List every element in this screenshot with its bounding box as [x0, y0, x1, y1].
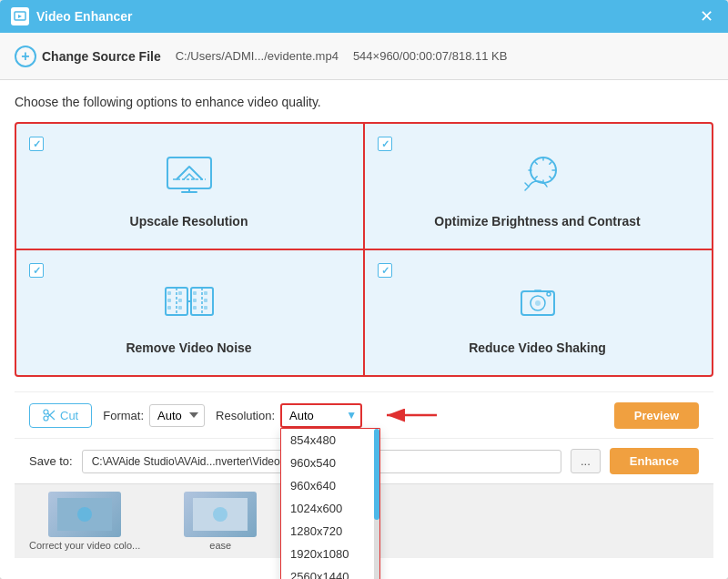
add-icon: +: [15, 46, 36, 67]
resolution-label: Resolution:: [216, 409, 275, 422]
resolution-select[interactable]: Auto: [280, 403, 362, 428]
scissors-icon: [43, 409, 56, 422]
svg-rect-11: [178, 291, 182, 295]
upscale-icon: [160, 152, 218, 199]
dropdown-item-2560x1440[interactable]: 2560x1440: [281, 565, 379, 580]
svg-rect-8: [167, 291, 171, 295]
svg-rect-13: [178, 306, 182, 310]
browse-button[interactable]: ...: [571, 449, 601, 473]
svg-point-31: [213, 507, 228, 522]
dropdown-item-960x640[interactable]: 960x640: [281, 474, 379, 497]
close-button[interactable]: ✕: [696, 6, 717, 26]
svg-point-29: [77, 507, 92, 522]
scrollbar-thumb: [374, 429, 379, 520]
dropdown-item-960x540[interactable]: 960x540: [281, 452, 379, 474]
svg-rect-1: [167, 157, 211, 188]
svg-point-26: [44, 410, 48, 414]
brightness-label: Optimize Brightness and Contrast: [378, 214, 697, 236]
svg-rect-18: [204, 299, 207, 302]
enhance-button[interactable]: Enhance: [610, 448, 699, 474]
resolution-section: Resolution: Auto ▼ 854x480 960x540 960x6…: [216, 403, 362, 428]
preview-item-2: ease: [184, 492, 257, 551]
option-noise[interactable]: Remove Video Noise: [16, 250, 363, 375]
checkbox-shaking[interactable]: [378, 263, 392, 278]
arrow-icon: [373, 401, 446, 429]
options-grid: Upscale Resolution Optimize Brightness a…: [15, 122, 713, 377]
svg-rect-12: [178, 299, 182, 302]
upscale-label: Upscale Resolution: [29, 214, 349, 236]
arrow-indicator: [373, 401, 446, 429]
title-bar-left: Video Enhancer: [11, 7, 133, 25]
shaking-label: Reduce Video Shaking: [378, 340, 697, 362]
preview-caption-2: ease: [209, 540, 231, 551]
cut-button[interactable]: Cut: [29, 403, 92, 428]
file-path: C:/Users/ADMI.../evidente.mp4: [176, 49, 339, 63]
svg-point-24: [547, 292, 551, 296]
svg-rect-14: [193, 291, 197, 295]
hint-text: Choose the following options to enhance …: [15, 95, 713, 109]
preview-button[interactable]: Preview: [614, 402, 699, 429]
option-shaking[interactable]: Reduce Video Shaking: [365, 250, 712, 375]
upscale-icon-area: [29, 137, 349, 214]
app-title: Video Enhancer: [36, 9, 133, 24]
app-icon: [11, 7, 29, 25]
save-label: Save to:: [29, 454, 73, 468]
resolution-dropdown[interactable]: 854x480 960x540 960x640 1024x600 1280x72…: [280, 428, 380, 580]
svg-rect-23: [534, 290, 541, 292]
checkbox-noise[interactable]: [29, 263, 44, 278]
change-source-label: Change Source File: [42, 49, 161, 64]
title-bar: Video Enhancer ✕: [0, 0, 728, 33]
svg-rect-15: [193, 299, 197, 302]
dropdown-item-1920x1080[interactable]: 1920x1080: [281, 543, 379, 565]
file-meta: 544×960/00:00:07/818.11 KB: [353, 49, 508, 63]
format-label: Format:: [103, 409, 144, 422]
preview-caption-1: Correct your video colo...: [29, 540, 140, 551]
resolution-select-wrapper: Auto ▼ 854x480 960x540 960x640 1024x600 …: [280, 403, 362, 428]
toolbar: + Change Source File C:/Users/ADMI.../ev…: [0, 33, 728, 80]
content-area: Choose the following options to enhance …: [0, 80, 728, 579]
preview-item-1: Correct your video colo...: [29, 492, 140, 551]
shaking-icon-area: [378, 263, 697, 340]
svg-point-22: [535, 300, 541, 306]
cut-label: Cut: [60, 409, 78, 422]
noise-icon-area: [29, 263, 349, 340]
preview-thumb-2: [184, 492, 257, 537]
noise-icon: [160, 279, 218, 326]
svg-rect-17: [204, 291, 207, 295]
noise-label: Remove Video Noise: [29, 340, 349, 362]
change-source-button[interactable]: + Change Source File: [15, 46, 161, 67]
svg-rect-19: [204, 306, 207, 310]
option-brightness[interactable]: Optimize Brightness and Contrast: [365, 124, 712, 249]
dropdown-item-1280x720[interactable]: 1280x720: [281, 520, 379, 543]
shaking-icon: [509, 279, 567, 326]
svg-point-25: [44, 416, 48, 421]
dropdown-item-854x480[interactable]: 854x480: [281, 429, 379, 452]
checkbox-brightness[interactable]: [378, 137, 392, 151]
dropdown-item-1024x600[interactable]: 1024x600: [281, 497, 379, 520]
format-select[interactable]: Auto: [149, 404, 205, 427]
brightness-icon: [509, 152, 567, 199]
scrollbar[interactable]: [374, 429, 379, 580]
format-section: Format: Auto: [103, 404, 205, 427]
video-enhancer-window: Video Enhancer ✕ + Change Source File C:…: [0, 0, 728, 579]
svg-rect-16: [193, 306, 197, 310]
bottom-toolbar: Cut Format: Auto Resolution: Auto ▼ 85: [15, 391, 713, 438]
svg-rect-10: [167, 306, 171, 310]
svg-rect-9: [167, 299, 171, 302]
brightness-icon-area: [378, 137, 697, 214]
preview-thumb-1: [48, 492, 121, 537]
checkbox-upscale[interactable]: [29, 137, 44, 151]
option-upscale[interactable]: Upscale Resolution: [16, 124, 363, 249]
